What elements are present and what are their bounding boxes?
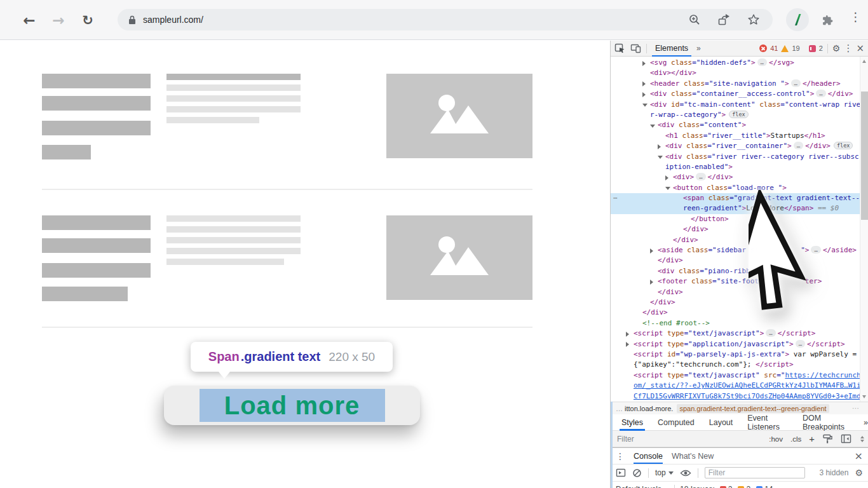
dom-tree-line[interactable]: om/_static/??-eJyNzUEOwiAQheELCdPGRtkYz4… bbox=[611, 381, 868, 391]
dom-tree-line[interactable]: r-wrap--category">flex bbox=[611, 110, 868, 120]
dom-tree-line[interactable]: <!--end #root--> bbox=[611, 318, 868, 329]
more-panels-chevron[interactable]: » bbox=[696, 44, 701, 53]
dom-tree-line[interactable]: </div> bbox=[611, 308, 868, 318]
breadcrumb-overflow[interactable]: … bbox=[616, 405, 623, 412]
breadcrumb-overflow-right[interactable]: ⋯ bbox=[852, 404, 859, 412]
tree-expand-arrow-icon[interactable] bbox=[665, 175, 668, 180]
tree-expand-arrow-icon[interactable] bbox=[650, 125, 655, 128]
tab-dom-breakpoints[interactable]: DOM Breakpoints bbox=[803, 414, 849, 431]
dom-tree-line[interactable]: <div id="tc-main-content" class="content… bbox=[611, 100, 868, 110]
script-src-link[interactable]: Cf7LD15GvWRRFIXVTuG8k7St9bci7OdsZHp04AAm… bbox=[634, 392, 868, 400]
dom-tree-line[interactable]: <script type="text/javascript" src="http… bbox=[611, 370, 868, 381]
line-actions-icon[interactable]: ⋯ bbox=[613, 193, 618, 203]
live-expression-eye-icon[interactable] bbox=[680, 469, 691, 477]
devtools-close-icon[interactable]: × bbox=[856, 44, 864, 53]
issue-count[interactable]: 2 bbox=[819, 44, 823, 52]
error-count[interactable]: 41 bbox=[770, 44, 778, 52]
inspect-element-icon[interactable] bbox=[614, 43, 625, 53]
tree-expand-arrow-icon[interactable] bbox=[642, 104, 648, 107]
tree-expand-arrow-icon[interactable] bbox=[658, 156, 663, 159]
dom-tree-line[interactable]: <button class="load-more "> bbox=[611, 183, 868, 193]
dom-tree-line[interactable]: <div class="river__container">…</div>fle… bbox=[611, 141, 868, 151]
console-settings-gear-icon[interactable]: ⚙ bbox=[855, 468, 863, 477]
toggle-class-button[interactable]: .cls bbox=[790, 435, 801, 443]
tree-expand-arrow-icon[interactable] bbox=[650, 248, 653, 254]
dom-tree-line[interactable]: </div> bbox=[611, 224, 868, 234]
dom-tree-line[interactable]: </div> bbox=[611, 297, 868, 308]
tree-expand-arrow-icon[interactable] bbox=[626, 342, 629, 347]
browser-menu-kebab-icon[interactable]: ⋮ bbox=[850, 11, 862, 23]
share-icon[interactable] bbox=[717, 13, 731, 26]
console-errors-icon[interactable] bbox=[759, 44, 767, 52]
dom-tree-line[interactable]: <div class="piano-ribbon-c bbox=[611, 266, 868, 276]
scrollbar-thumb[interactable] bbox=[861, 92, 868, 220]
dom-tree-line[interactable]: Cf7LD15GvWRRFIXVTuG8k7St9bci7OdsZHp04AAm… bbox=[611, 391, 868, 402]
tab-computed[interactable]: Computed bbox=[658, 414, 695, 431]
dom-tree-line[interactable]: <script type="application/javascript">…<… bbox=[611, 339, 868, 349]
tab-console[interactable]: Console bbox=[634, 448, 663, 464]
scrollbar-up-arrow-icon[interactable] bbox=[862, 60, 866, 63]
tree-expand-arrow-icon[interactable] bbox=[642, 92, 646, 97]
devtools-settings-gear-icon[interactable]: ⚙ bbox=[832, 44, 841, 53]
tree-expand-arrow-icon[interactable] bbox=[665, 187, 670, 190]
dom-tree-line[interactable]: <script id="wp-parsely-api-js-extra"> va… bbox=[611, 349, 868, 360]
dom-tree-line[interactable]: iption-enabled"> bbox=[611, 162, 868, 172]
dom-tree-line[interactable]: <h1 class="river__title">Startups</h1> bbox=[611, 131, 868, 141]
tree-expand-arrow-icon[interactable] bbox=[658, 144, 661, 149]
device-toolbar-icon[interactable] bbox=[630, 43, 641, 53]
script-src-link[interactable]: om/_static/??-eJyNzUEOwiAQheELCdPGRtkYz4… bbox=[634, 381, 868, 390]
tree-expand-arrow-icon[interactable] bbox=[642, 81, 646, 86]
tab-styles[interactable]: Styles bbox=[621, 414, 643, 431]
tab-whats-new[interactable]: What's New bbox=[672, 448, 714, 464]
console-sidebar-icon[interactable] bbox=[616, 468, 626, 477]
styles-filter-input[interactable]: Filter bbox=[617, 435, 634, 444]
address-bar[interactable]: sampleurl.com/ bbox=[118, 9, 773, 30]
paint-roller-icon[interactable] bbox=[822, 433, 833, 444]
issue-kind-count[interactable]: 2 bbox=[738, 485, 750, 488]
tree-expand-arrow-icon[interactable] bbox=[650, 280, 653, 285]
dom-tree-line[interactable]: <footer class="site-footer ter> bbox=[611, 276, 868, 287]
drawer-menu-kebab-icon[interactable]: ⋮ bbox=[616, 452, 625, 461]
grammar-extension-icon[interactable] bbox=[786, 8, 809, 31]
scrollbar-down-arrow-icon[interactable] bbox=[862, 395, 866, 398]
more-sidebar-tabs-chevron[interactable]: » bbox=[864, 414, 868, 431]
dom-tree-line[interactable]: </div> bbox=[611, 235, 868, 245]
console-context-selector[interactable]: top bbox=[655, 468, 674, 477]
clear-console-icon[interactable] bbox=[632, 468, 642, 478]
dom-tree-line[interactable]: <header class="site-navigation ">…</head… bbox=[611, 79, 868, 89]
issue-kind-count[interactable]: 2 bbox=[720, 485, 733, 488]
dom-tree-line[interactable]: <div class="river river--category river-… bbox=[611, 152, 868, 162]
dom-tree-line-selected[interactable]: ⋯<span class="gradient-text gradient-tex… bbox=[611, 193, 868, 203]
dom-tree-line[interactable]: <div class="container__access-control">…… bbox=[611, 89, 868, 99]
zoom-icon[interactable] bbox=[688, 13, 701, 26]
forward-icon[interactable]: → bbox=[48, 10, 69, 30]
dom-tree-line[interactable]: {"apikey":"techcrunch.com"}; </script> bbox=[611, 360, 868, 370]
elements-scrollbar[interactable] bbox=[860, 57, 868, 402]
dom-tree-line[interactable]: </div> bbox=[611, 255, 868, 266]
issues-summary[interactable]: 18 Issues: bbox=[680, 485, 715, 488]
dom-tree-line[interactable]: <div class="content"> bbox=[611, 120, 868, 130]
dom-tree-line[interactable]: <script type="text/javascript">…</script… bbox=[611, 329, 868, 339]
breadcrumb-item-button[interactable]: itton.load-more. bbox=[625, 405, 673, 412]
sidebar-toggle-icon[interactable] bbox=[841, 434, 851, 444]
extensions-puzzle-icon[interactable] bbox=[822, 13, 834, 26]
bookmark-star-icon[interactable] bbox=[747, 13, 760, 26]
devtools-menu-kebab-icon[interactable]: ⋮ bbox=[843, 44, 853, 53]
dom-tree-line[interactable]: <div></div> bbox=[611, 68, 868, 78]
load-more-button[interactable]: Load more bbox=[164, 386, 420, 425]
dom-tree-line-selected[interactable]: reen-gradient">Load More</span> == $0 bbox=[611, 203, 868, 214]
dom-tree-line[interactable]: </div> bbox=[611, 287, 868, 297]
tree-expand-arrow-icon[interactable] bbox=[642, 61, 646, 66]
tab-event-listeners[interactable]: Event Listeners bbox=[747, 414, 788, 431]
tab-layout[interactable]: Layout bbox=[709, 414, 733, 431]
console-filter-input[interactable]: Filter bbox=[705, 467, 805, 478]
toggle-hover-state-button[interactable]: :hov bbox=[769, 435, 783, 443]
tree-expand-arrow-icon[interactable] bbox=[626, 332, 629, 337]
script-src-link[interactable]: https://techcrunch.c bbox=[785, 371, 868, 379]
dom-tree-line[interactable]: </button> bbox=[611, 214, 868, 224]
new-style-rule-button[interactable]: + bbox=[809, 433, 815, 444]
tab-elements[interactable]: Elements bbox=[652, 41, 691, 57]
warning-count[interactable]: 19 bbox=[792, 44, 799, 52]
filter-row-scroll-spinner[interactable] bbox=[860, 436, 864, 442]
console-warnings-icon[interactable] bbox=[781, 45, 789, 52]
